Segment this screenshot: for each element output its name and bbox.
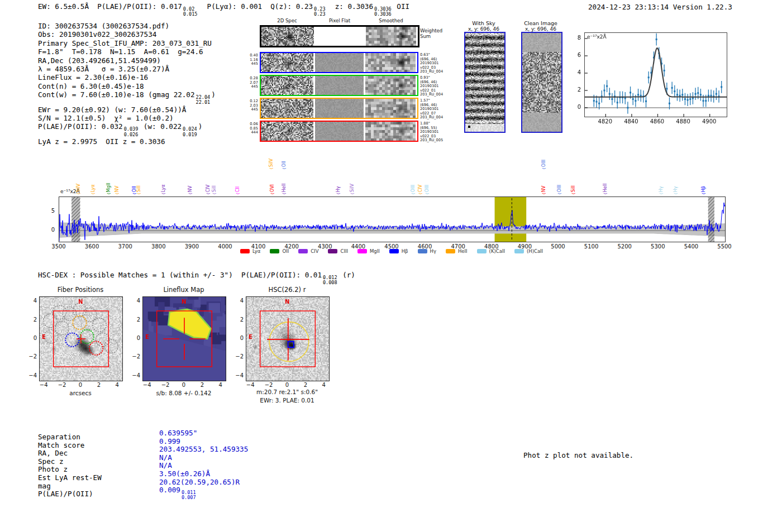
cutout-x-tick: 0: [279, 382, 295, 388]
info-line: F=1.8" T=0.178 N=1.15 A=0.61 g=24.6: [38, 47, 216, 56]
text-segment: 203.492553, 51.459335: [159, 445, 248, 453]
text-segment: Cont(w) = 7.60(±0.10)e-18 (gmag 22.02: [38, 90, 195, 99]
stacked-uncertainty: 0.0120.008: [323, 275, 337, 285]
legend-item-CIII: CIII: [328, 248, 347, 254]
line-label-SiIV: (SiIV: [350, 184, 355, 194]
text-segment: 0.009: [159, 486, 180, 494]
cutout-y-tick: 2: [25, 317, 37, 323]
cutout-y-tick: −2: [128, 353, 140, 360]
col-header-pixelflat: Pixel Flat: [317, 18, 362, 23]
legend-label: CIV: [311, 248, 318, 254]
match-row-value: 0.999: [159, 437, 180, 445]
inset-y-tick: 4: [573, 69, 581, 75]
legend-swatch: [389, 249, 399, 253]
legend-swatch: [270, 249, 279, 253]
cutout-y-tick: 2: [231, 317, 244, 323]
spec2d-fiber-3-2dspec: [261, 99, 313, 118]
text-segment: Obs: 20190301v022_3002637534: [38, 30, 156, 39]
inset-y-tick: 6: [573, 52, 581, 58]
cutout-y-tick: 4: [128, 298, 140, 304]
line-label-Lyα: (Lyα: [90, 185, 96, 194]
line-label-Hγ: (Hγ: [673, 186, 679, 194]
hsc-caption-2: EWr: 3. PLAE: 0.01: [239, 397, 335, 404]
cutout-x-tick: −2: [157, 382, 174, 388]
stacked-uncertainty: 0.0240.019: [183, 127, 197, 137]
text-segment: 20.62(20.59,20.65)R: [159, 478, 240, 486]
spec2d-row-fiber-3: [260, 98, 418, 119]
info-line: Cont(w) = 7.60(±0.10)e-18 (gmag 22.0222.…: [38, 90, 216, 105]
info-line: Obs: 20190301v022_3002637534: [38, 30, 216, 39]
legend-item-HeII: HeII: [446, 248, 468, 254]
line-label-HeII: (HeII: [282, 184, 287, 194]
spec2d-row-left-stats: 0.060.85444: [245, 122, 258, 135]
hsc-cutout-title: HSC(26.2) r: [246, 286, 328, 294]
match-row-value: 20.62(20.59,20.65)R: [159, 478, 240, 486]
legend-item-MgII: MgII: [357, 248, 380, 254]
fiber-positions-title: Fiber Positions: [39, 286, 122, 294]
info-line: LyA z = 2.9975 OII z = 0.3036: [38, 137, 216, 146]
stacked-uncertainty: 0.0110.007: [182, 490, 196, 500]
match-row-value: 3.50(±0.26)Å: [159, 469, 210, 478]
cutout-y-tick: 0: [128, 335, 140, 341]
spec2d-fiber-3-pixelflat: [315, 99, 364, 118]
match-table-row: Est LyA rest-EW3.50(±0.26)Å: [38, 469, 373, 478]
timestamp-version: 2024-12-23 23:13:14 Version 1.22.3: [588, 3, 732, 11]
line-label-Hγ: (Hγ: [336, 186, 341, 194]
cutout-x-tick: −4: [35, 382, 52, 388]
text-segment: P(Lyα): 0.001 Q(z): 0.23: [198, 2, 313, 11]
match-row-value: N/A: [159, 461, 172, 469]
line-label-SiII: (SiII: [136, 185, 142, 194]
info-line: RA,Dec (203.492661,51.459499): [38, 56, 216, 65]
fiber-positions-canvas: [39, 296, 123, 381]
legend-swatch: [357, 249, 367, 253]
match-table-row: mag20.62(20.59,20.65)R: [38, 478, 373, 486]
with-sky-image: [464, 32, 506, 133]
line-label-NV: (NV: [188, 186, 193, 194]
spec2d-weighted-smoothed: [366, 27, 416, 46]
spec2d-fiber-1-pixelflat: [315, 53, 364, 72]
clean-image: [521, 32, 562, 133]
text-segment: N/A: [159, 453, 172, 462]
cutout-x-tick: −2: [260, 382, 277, 388]
compass-east: E: [42, 334, 46, 340]
legend-item-Hγ: Hγ: [418, 248, 436, 254]
match-row-label: P(LAE)/P(OII): [38, 490, 93, 498]
spec2d-weighted-pixelflat: [316, 27, 364, 46]
cutout-y-tick: 4: [231, 298, 244, 304]
legend-label: MgII: [370, 248, 380, 254]
spec2d-fiber-4-pixelflat: [315, 122, 364, 141]
text-segment: (w: 0.022: [139, 122, 182, 131]
cutout-x-tick: 4: [109, 382, 126, 388]
fiber-xaxis-label: arcsecs: [39, 390, 122, 396]
cutout-y-tick: −4: [128, 372, 140, 378]
cutout-y-tick: −4: [231, 372, 244, 378]
stacked-uncertainty: 22.0422.01: [196, 95, 211, 105]
text-segment: F=1.8" T=0.178 N=1.15 A=0.61 g=24.6: [38, 47, 203, 56]
legend-label: HeII: [458, 248, 468, 254]
legend-label: (K)CaII: [489, 248, 505, 254]
cutout-x-tick: 4: [316, 382, 332, 388]
spec2d-row-fiber-4: [260, 121, 418, 142]
text-segment: N/A: [159, 461, 172, 469]
inset-y-tick: 2: [573, 87, 581, 93]
spec2d-row-left-stats: 0.401.16445: [245, 54, 258, 66]
cutout-y-tick: −2: [231, 353, 244, 360]
spec2d-fiber-4-smoothed: [365, 122, 416, 141]
text-segment: S/N = 12.1(±0.5) χ² = 1.0(±0.2): [38, 114, 174, 122]
line-label-NV: (NV: [115, 186, 120, 194]
inset-x-tick: 4900: [698, 118, 721, 124]
info-line: ID: 3002637534 (3002637534.pdf): [38, 22, 216, 30]
lineflux-caption: s/b: 8.08 +/- 0.142: [136, 390, 232, 396]
legend-item-(K)CaII: (K)CaII: [477, 248, 505, 254]
clean-image-coords: x, y: 696, 46: [513, 26, 569, 32]
legend-item-(H)CaII: (H)CaII: [514, 248, 543, 254]
text-segment: λ = 4859.63Å σ = 3.25(±0.27)Å: [38, 65, 169, 73]
text-segment: Primary Spec_Slot_IFU_AMP: 203_073_031_R…: [38, 39, 212, 47]
spec2d-fiber-1-2dspec: [261, 53, 313, 72]
spectrum-y-tick: 0: [47, 227, 55, 233]
match-row-value: 0.0090.0110.007: [159, 486, 197, 500]
text-segment: EW: 6.5±0.5Å P(LAE)/P(OII): 0.017: [38, 2, 182, 11]
cutout-x-tick: 2: [194, 382, 211, 388]
stacked-uncertainty: 0.020.015: [183, 7, 198, 17]
cutout-x-tick: 2: [90, 382, 107, 388]
